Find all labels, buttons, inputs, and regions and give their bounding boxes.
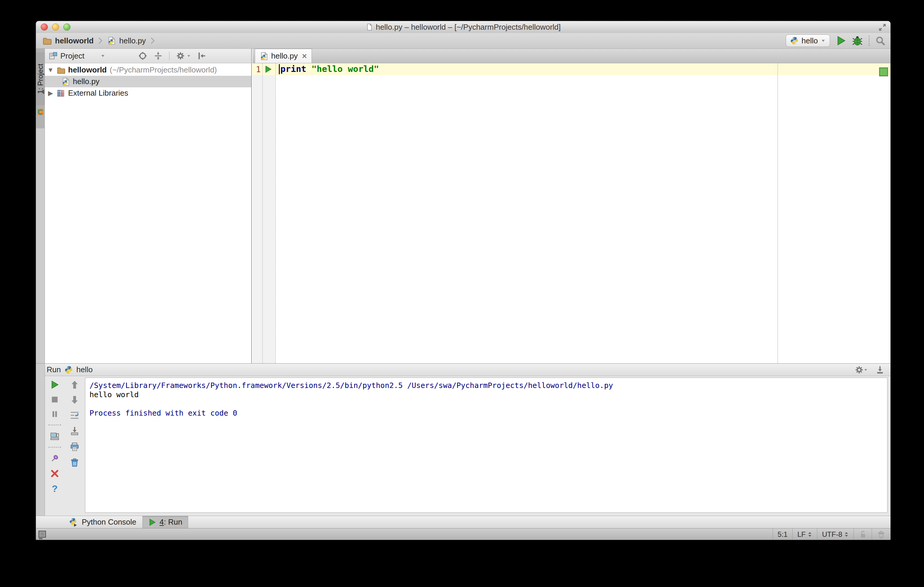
dock-icon[interactable] (876, 365, 884, 374)
expanded-arrow-icon[interactable]: ▼ (47, 66, 54, 74)
tree-row-external-libraries[interactable]: ▶ External Libraries (45, 87, 251, 99)
close-icon[interactable] (50, 469, 59, 478)
toolwindow-tab-run[interactable]: 4: Run (142, 516, 188, 528)
window-title-group: hello.py – helloworld – [~/PycharmProjec… (36, 21, 890, 33)
pin-icon[interactable] (50, 454, 59, 463)
main-area: 1: Project Project (36, 49, 890, 363)
clear-all-icon[interactable] (70, 458, 79, 467)
collapse-all-icon[interactable] (154, 51, 163, 60)
toolbar-separator (48, 447, 61, 448)
help-icon[interactable]: ? (52, 484, 58, 493)
line-separator-widget[interactable]: LF (792, 528, 817, 540)
scroll-to-end-icon[interactable] (70, 426, 79, 436)
line-number: 1 (252, 65, 261, 74)
toolwindow-tab-python-console[interactable]: Python Console (63, 516, 142, 528)
breadcrumb-item-helloworld[interactable]: helloworld (55, 36, 94, 46)
rerun-icon[interactable] (50, 380, 59, 389)
python-file-icon (61, 77, 70, 86)
left-toolwindow-stripe: 1: Project (36, 49, 45, 363)
close-icon[interactable]: × (302, 52, 307, 60)
right-margin-guide (777, 63, 778, 363)
gutter-separator (262, 63, 263, 363)
soft-wrap-icon[interactable] (70, 411, 79, 420)
encoding-widget[interactable]: UTF-8 (817, 528, 853, 540)
breadcrumb-item-hello-py[interactable]: hello.py (119, 36, 146, 46)
fullscreen-icon[interactable] (878, 23, 887, 32)
readonly-lock-widget[interactable] (853, 528, 872, 540)
left-stripe-lower (36, 363, 45, 516)
search-icon[interactable] (876, 36, 885, 46)
run-toolbar-primary: ? (45, 376, 64, 516)
toggle-toolwindows-icon[interactable] (38, 530, 47, 539)
down-arrow-icon[interactable] (70, 395, 79, 404)
sidebar-tab-project[interactable]: 1: Project (36, 52, 45, 105)
chevron-right-icon (150, 36, 156, 45)
tree-row-helloworld[interactable]: ▼ helloworld (~/PycharmProjects/hellowor… (45, 64, 251, 76)
inspection-status-badge[interactable] (879, 67, 888, 76)
line-separator-value: LF (797, 530, 806, 539)
tree-node-name: hello.py (73, 77, 100, 86)
console-line (89, 399, 883, 408)
console-line: hello world (89, 390, 883, 399)
console-line: Process finished with exit code 0 (89, 408, 883, 418)
run-configuration-select[interactable]: hello (786, 35, 830, 47)
pycharm-logo-icon (36, 108, 44, 116)
restore-layout-icon[interactable] (50, 432, 59, 441)
project-tree: ▼ helloworld (~/PycharmProjects/hellowor… (45, 64, 251, 99)
project-view-label: Project (60, 51, 84, 61)
settings-button[interactable] (855, 365, 868, 374)
run-toolbar: hello (786, 35, 890, 47)
editor-gutter (252, 63, 276, 363)
print-icon[interactable] (70, 442, 79, 452)
keyword-token: print (280, 64, 306, 74)
tree-node-path: (~/PycharmProjects/helloworld) (110, 65, 217, 74)
code-editor[interactable]: 1 print "hello world" (252, 63, 890, 363)
run-header-title: Run (47, 365, 61, 374)
settings-icon (855, 365, 864, 374)
run-configuration-label: hello (802, 36, 818, 46)
run-console-output[interactable]: /System/Library/Frameworks/Python.framew… (85, 378, 888, 513)
project-toolwindow-header: Project (45, 49, 251, 63)
unlock-icon (859, 530, 867, 539)
tree-row-hello-py[interactable]: hello.py (45, 76, 251, 87)
toolbar-separator (48, 424, 61, 426)
caret-position-widget[interactable]: 5:1 (773, 528, 792, 540)
navigation-bar: helloworld hello.py hello (36, 33, 890, 49)
editor-tab-title: hello.py (271, 51, 298, 61)
editor-tab-hello-py[interactable]: hello.py × (255, 49, 312, 63)
stop-icon[interactable] (51, 395, 59, 404)
document-icon (366, 23, 373, 31)
inspector-icon (877, 530, 886, 539)
python-logo-icon (64, 366, 73, 374)
toolwindow-bar: Python Console 4: Run (36, 516, 890, 528)
chevron-down-icon (101, 53, 105, 58)
up-arrow-icon[interactable] (70, 380, 79, 389)
settings-icon[interactable] (176, 51, 185, 60)
run-button[interactable] (836, 36, 846, 46)
toolwindow-tab-label: Python Console (82, 518, 137, 527)
toolbar-separator (869, 36, 870, 46)
chevron-down-icon[interactable] (187, 54, 191, 58)
status-bar: 5:1 LF UTF-8 (36, 528, 890, 540)
collapsed-arrow-icon[interactable]: ▶ (47, 89, 54, 97)
pause-icon[interactable] (51, 410, 59, 418)
python-logo-icon (790, 36, 799, 45)
desktop-background: hello.py – helloworld – [~/PycharmProjec… (0, 0, 924, 587)
spinner-icon (844, 531, 849, 538)
window-titlebar[interactable]: hello.py – helloworld – [~/PycharmProjec… (36, 21, 890, 33)
folder-icon (57, 66, 65, 74)
project-view-icon (49, 52, 58, 60)
tree-node-name: External Libraries (68, 89, 128, 98)
editor-area: hello.py × 1 print "hello world" (252, 49, 890, 363)
locate-icon[interactable] (138, 51, 147, 60)
run-header-config-name: hello (76, 365, 93, 374)
hide-panel-icon[interactable] (197, 51, 206, 60)
project-view-select[interactable]: Project (45, 51, 138, 61)
toolbar-separator (169, 51, 170, 60)
inspections-profile-widget[interactable] (872, 528, 890, 540)
run-toolwindow-header[interactable]: Run hello (45, 363, 890, 376)
code-line-1[interactable]: print "hello world" (280, 64, 379, 74)
debug-button[interactable] (852, 35, 863, 46)
chevron-down-icon (864, 368, 868, 372)
run-line-marker-icon[interactable] (264, 65, 272, 73)
